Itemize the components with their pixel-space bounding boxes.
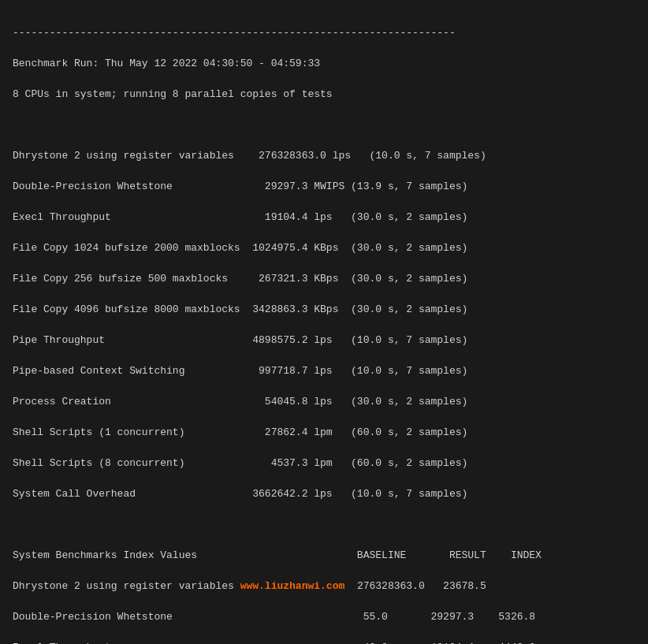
- result-row-7: Pipe-based Context Switching 997718.7 lp…: [13, 365, 467, 377]
- result-row-2: Execl Throughput 19104.4 lps (30.0 s, 2 …: [13, 211, 467, 223]
- result-row-11: System Call Overhead 3662642.2 lps (10.0…: [13, 488, 467, 500]
- result-row-0: Dhrystone 2 using register variables 276…: [13, 150, 486, 162]
- index-header: System Benchmarks Index Values BASELINE …: [13, 549, 542, 561]
- result-row-10: Shell Scripts (8 concurrent) 4537.3 lpm …: [13, 457, 467, 469]
- result-row-4: File Copy 256 bufsize 500 maxblocks 2673…: [13, 273, 467, 285]
- result-row-8: Process Creation 54045.8 lps (30.0 s, 2 …: [13, 396, 467, 408]
- result-row-6: Pipe Throughput 4898575.2 lps (10.0 s, 7…: [13, 334, 467, 346]
- watermark: www.liuzhanwi.com: [240, 580, 345, 592]
- result-row-5: File Copy 4096 bufsize 8000 maxblocks 34…: [13, 303, 467, 315]
- index-row-0: Dhrystone 2 using register variables www…: [13, 580, 486, 592]
- result-row-1: Double-Precision Whetstone 29297.3 MWIPS…: [13, 181, 467, 192]
- cpu-info: 8 CPUs in system; running 8 parallel cop…: [13, 88, 333, 100]
- result-row-3: File Copy 1024 bufsize 2000 maxblocks 10…: [13, 242, 467, 254]
- index-row-1: Double-Precision Whetstone 55.0 29297.3 …: [13, 611, 535, 623]
- index-row-2: Execl Throughput 43.0 19104.4 4442.9: [13, 642, 535, 645]
- result-row-9: Shell Scripts (1 concurrent) 27862.4 lpm…: [13, 426, 467, 438]
- terminal-output: ----------------------------------------…: [13, 9, 635, 644]
- separator-top: ----------------------------------------…: [13, 27, 456, 39]
- benchmark-run: Benchmark Run: Thu May 12 2022 04:30:50 …: [13, 58, 320, 69]
